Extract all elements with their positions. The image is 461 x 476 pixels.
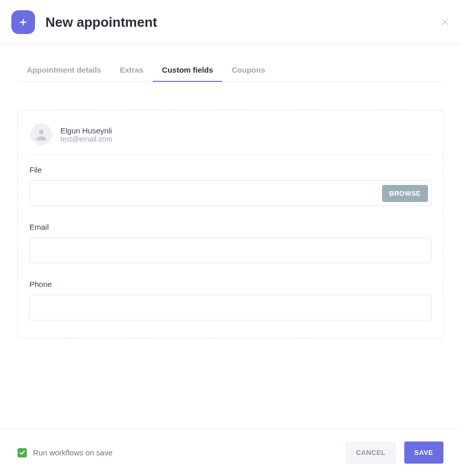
- tabs: Appointment details Extras Custom fields…: [18, 65, 443, 82]
- field-email: Email: [29, 223, 432, 263]
- plus-icon: [11, 10, 35, 34]
- close-icon[interactable]: [440, 15, 450, 29]
- phone-field[interactable]: [29, 295, 432, 320]
- cancel-button[interactable]: CANCEL: [345, 441, 396, 464]
- custom-fields-card: Elgun Huseynli test@email.com File BROWS…: [18, 110, 443, 338]
- file-input[interactable]: BROWSE: [29, 180, 432, 206]
- footer-actions: CANCEL SAVE: [345, 441, 443, 464]
- user-email: test@email.com: [60, 135, 112, 143]
- svg-point-2: [39, 130, 43, 134]
- tab-extras[interactable]: Extras: [110, 65, 153, 81]
- user-info: Elgun Huseynli test@email.com: [60, 126, 112, 143]
- avatar: [30, 124, 52, 145]
- email-field[interactable]: [29, 237, 432, 263]
- tab-appointment-details[interactable]: Appointment details: [18, 65, 110, 81]
- workflow-label: Run workflows on save: [33, 448, 112, 457]
- workflow-checkbox-row[interactable]: Run workflows on save: [18, 448, 112, 457]
- field-file: File BROWSE: [29, 165, 432, 206]
- modal-footer: Run workflows on save CANCEL SAVE: [0, 429, 461, 476]
- modal-content: Appointment details Extras Custom fields…: [0, 45, 461, 338]
- user-row: Elgun Huseynli test@email.com: [29, 122, 432, 155]
- user-name: Elgun Huseynli: [60, 126, 112, 135]
- email-label: Email: [29, 223, 432, 231]
- file-label: File: [29, 165, 432, 174]
- browse-button[interactable]: BROWSE: [382, 185, 429, 202]
- tab-coupons[interactable]: Coupons: [222, 65, 274, 81]
- save-button[interactable]: SAVE: [404, 441, 443, 464]
- phone-label: Phone: [29, 280, 432, 288]
- page-title: New appointment: [45, 14, 440, 30]
- workflow-checkbox[interactable]: [18, 448, 27, 457]
- modal-header: New appointment: [0, 0, 461, 45]
- tab-custom-fields[interactable]: Custom fields: [153, 65, 222, 81]
- field-phone: Phone: [29, 280, 432, 320]
